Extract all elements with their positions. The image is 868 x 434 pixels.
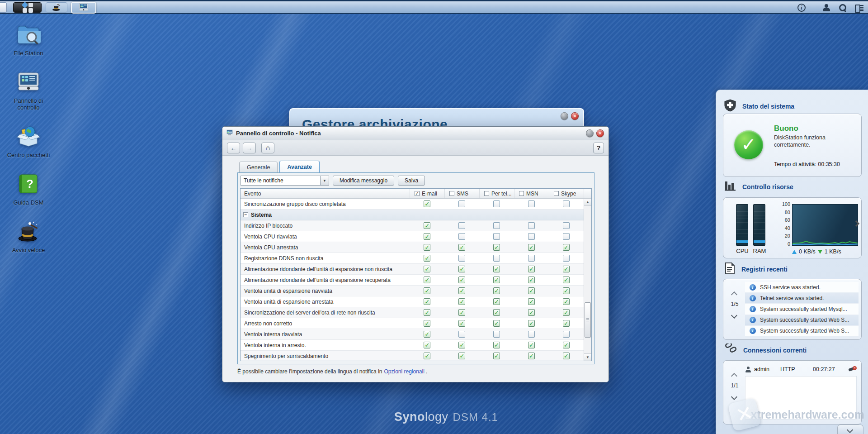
notify-checkbox-msn[interactable] bbox=[528, 222, 535, 229]
notify-checkbox-pertel[interactable] bbox=[493, 233, 500, 240]
notify-checkbox-sms[interactable]: ✓ bbox=[458, 277, 465, 283]
notify-checkbox-sms[interactable] bbox=[458, 331, 465, 338]
table-row[interactable]: Spegnimento per surriscaldamento✓✓✓✓✓ bbox=[241, 351, 584, 361]
log-item[interactable]: iTelnet service was started. bbox=[745, 293, 859, 304]
notify-checkbox-pertel[interactable] bbox=[493, 200, 500, 207]
desktop-icon-control-panel[interactable]: Pannello di controllo bbox=[4, 71, 53, 111]
scroll-down-arrow[interactable]: ▼ bbox=[584, 353, 591, 361]
notify-checkbox-email[interactable]: ✓ bbox=[424, 342, 430, 348]
minimize-button[interactable] bbox=[586, 129, 594, 137]
notify-checkbox-msn[interactable]: ✓ bbox=[528, 266, 535, 272]
log-item[interactable]: iSSH service was started. bbox=[745, 282, 859, 293]
search-icon[interactable] bbox=[839, 4, 847, 12]
edit-message-button[interactable]: Modifica messaggio bbox=[333, 176, 394, 186]
scrollbar-thumb[interactable] bbox=[585, 302, 591, 338]
column-checkbox[interactable] bbox=[519, 191, 524, 196]
column-header-evento[interactable]: Evento bbox=[241, 189, 410, 198]
close-button[interactable] bbox=[571, 112, 579, 120]
notify-checkbox-sms[interactable] bbox=[458, 233, 465, 240]
notify-checkbox-pertel[interactable]: ✓ bbox=[493, 309, 500, 316]
table-row[interactable]: Indirizzo IP bloccato✓ bbox=[241, 220, 584, 231]
notify-checkbox-skype[interactable]: ✓ bbox=[563, 309, 570, 316]
table-row[interactable]: Ventola interna riavviata✓ bbox=[241, 329, 584, 340]
back-button[interactable]: ← bbox=[227, 143, 240, 153]
notify-checkbox-msn[interactable] bbox=[528, 331, 535, 338]
table-row[interactable]: Ventola unità di espansione arrestata✓✓✓… bbox=[241, 296, 584, 307]
notify-checkbox-email[interactable]: ✓ bbox=[424, 255, 430, 262]
tab-avanzate[interactable]: Avanzate bbox=[279, 161, 319, 172]
notify-checkbox-pertel[interactable]: ✓ bbox=[493, 277, 500, 283]
table-row[interactable]: Alimentazione ridondante dell'unità di e… bbox=[241, 275, 584, 286]
column-checkbox[interactable] bbox=[449, 191, 454, 196]
control-panel-taskbar-button[interactable] bbox=[71, 2, 96, 14]
notify-checkbox-skype[interactable]: ✓ bbox=[563, 266, 570, 272]
notify-checkbox-skype[interactable] bbox=[563, 255, 570, 262]
notify-checkbox-skype[interactable]: ✓ bbox=[563, 298, 570, 305]
notify-checkbox-email[interactable]: ✓ bbox=[424, 309, 430, 316]
main-menu-button[interactable] bbox=[13, 2, 42, 13]
quick-launch-taskbar-button[interactable] bbox=[46, 2, 67, 13]
page-down-icon[interactable] bbox=[732, 313, 737, 316]
notify-checkbox-skype[interactable]: ✓ bbox=[563, 342, 570, 348]
column-header-skype[interactable]: Skype bbox=[549, 189, 584, 198]
desktop-icon-package-center[interactable]: Centro pacchetti bbox=[4, 125, 53, 158]
notify-checkbox-email[interactable]: ✓ bbox=[424, 244, 430, 251]
notify-checkbox-pertel[interactable]: ✓ bbox=[493, 298, 500, 305]
notify-checkbox-skype[interactable]: ✓ bbox=[563, 277, 570, 283]
table-row[interactable]: Arresto non corretto✓✓✓✓✓ bbox=[241, 318, 584, 329]
notify-checkbox-email[interactable]: ✓ bbox=[424, 331, 430, 338]
notify-checkbox-sms[interactable] bbox=[458, 200, 465, 207]
notify-checkbox-sms[interactable] bbox=[458, 222, 465, 229]
notify-checkbox-email[interactable]: ✓ bbox=[424, 287, 430, 294]
notify-checkbox-msn[interactable]: ✓ bbox=[528, 309, 535, 316]
notification-filter-dropdown[interactable]: Tutte le notifiche ▼ bbox=[241, 176, 329, 186]
home-button[interactable]: ⌂ bbox=[261, 143, 274, 153]
notify-checkbox-skype[interactable] bbox=[563, 331, 570, 338]
disconnect-icon[interactable] bbox=[849, 366, 857, 372]
notify-checkbox-pertel[interactable]: ✓ bbox=[493, 244, 500, 251]
notify-checkbox-sms[interactable]: ✓ bbox=[458, 342, 465, 348]
table-row[interactable]: Alimentazione ridondante dell'unità di e… bbox=[241, 264, 584, 275]
notify-checkbox-sms[interactable] bbox=[458, 255, 465, 262]
close-button[interactable] bbox=[596, 129, 604, 137]
log-item[interactable]: iSystem successfully started Web S... bbox=[745, 326, 859, 337]
page-down-icon[interactable] bbox=[732, 394, 737, 398]
notify-checkbox-skype[interactable]: ✓ bbox=[563, 244, 570, 251]
column-checkbox[interactable] bbox=[554, 191, 559, 196]
page-up-icon[interactable] bbox=[732, 292, 737, 296]
notify-checkbox-skype[interactable]: ✓ bbox=[563, 320, 570, 327]
table-scrollbar[interactable]: ▲ ▼ bbox=[584, 199, 591, 361]
notify-checkbox-msn[interactable] bbox=[528, 233, 535, 240]
notify-checkbox-email[interactable]: ✓ bbox=[424, 277, 430, 283]
notify-checkbox-msn[interactable]: ✓ bbox=[528, 320, 535, 327]
notify-checkbox-sms[interactable]: ✓ bbox=[458, 353, 465, 359]
table-row[interactable]: Sincronizzazione del server dell'ora di … bbox=[241, 307, 584, 318]
column-header-msn[interactable]: MSN bbox=[514, 189, 549, 198]
notify-checkbox-skype[interactable] bbox=[563, 222, 570, 229]
notify-checkbox-pertel[interactable] bbox=[493, 255, 500, 262]
save-button[interactable]: Salva bbox=[398, 176, 425, 186]
notify-checkbox-msn[interactable]: ✓ bbox=[528, 342, 535, 348]
notify-checkbox-email[interactable]: ✓ bbox=[424, 200, 430, 207]
connection-row[interactable]: admin HTTP 00:27:27 bbox=[745, 364, 857, 374]
notify-checkbox-msn[interactable] bbox=[528, 200, 535, 207]
notify-checkbox-pertel[interactable]: ✓ bbox=[493, 287, 500, 294]
notify-checkbox-skype[interactable]: ✓ bbox=[563, 287, 570, 294]
notify-checkbox-msn[interactable]: ✓ bbox=[528, 277, 535, 283]
notify-checkbox-sms[interactable]: ✓ bbox=[458, 244, 465, 251]
dialog-titlebar[interactable]: Pannello di controllo - Notifica bbox=[222, 127, 609, 140]
tab-generale[interactable]: Generale bbox=[239, 162, 278, 172]
table-row[interactable]: Sincronizzazione gruppo disco completata… bbox=[241, 199, 584, 210]
table-row[interactable]: Ventola interna in arresto.✓✓✓✓✓ bbox=[241, 340, 584, 351]
forward-button[interactable]: → bbox=[243, 143, 256, 153]
notify-checkbox-pertel[interactable]: ✓ bbox=[493, 353, 500, 359]
widgets-panel-icon[interactable] bbox=[855, 5, 863, 11]
notify-checkbox-sms[interactable]: ✓ bbox=[458, 287, 465, 294]
notify-checkbox-pertel[interactable] bbox=[493, 331, 500, 338]
log-item[interactable]: iSystem successfully started Web S... bbox=[745, 315, 859, 326]
column-checkbox[interactable] bbox=[484, 191, 489, 196]
minimize-button[interactable] bbox=[561, 112, 568, 120]
notify-checkbox-skype[interactable] bbox=[563, 233, 570, 240]
notify-checkbox-skype[interactable] bbox=[563, 200, 570, 207]
notify-checkbox-sms[interactable]: ✓ bbox=[458, 309, 465, 316]
